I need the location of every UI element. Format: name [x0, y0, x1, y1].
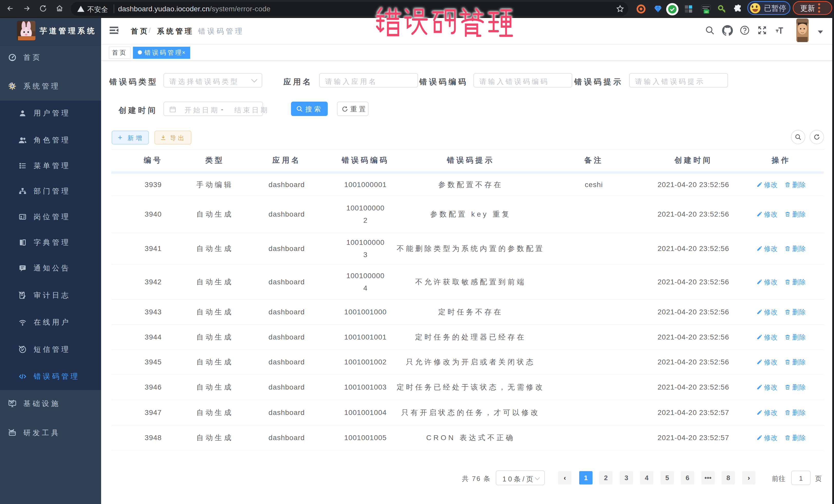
svg-text:on: on [705, 10, 708, 13]
